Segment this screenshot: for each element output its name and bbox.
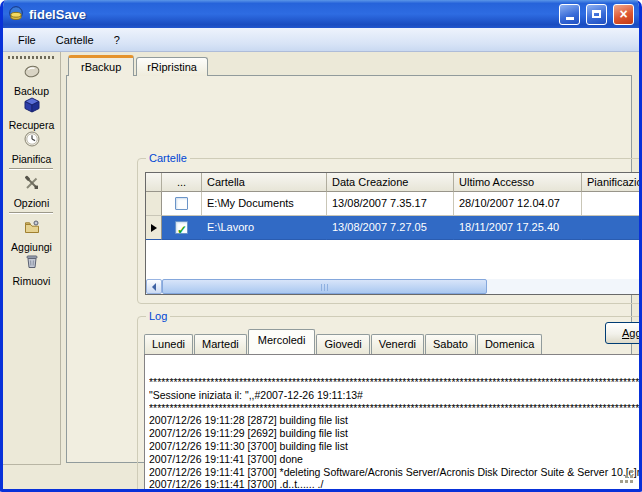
log-line: 2007/12/26 19:11:29 [2692] building file… (149, 427, 642, 440)
app-icon (8, 6, 24, 22)
checkbox-unchecked[interactable] (175, 197, 188, 210)
tab-rripristina[interactable]: rRipristina (136, 57, 208, 76)
sidebar-item-aggiungi[interactable]: Aggiungi (3, 218, 60, 253)
log-line: 2007/12/26 19:11:30 [3700] building file… (149, 440, 642, 453)
window-title: fidelSave (29, 7, 86, 22)
row-selector-cell[interactable] (146, 216, 162, 240)
col-header-selector (146, 173, 162, 192)
aggiorna-button[interactable]: Aggiorna (605, 322, 642, 344)
scroll-left-button[interactable] (146, 279, 162, 294)
col-header-cartella[interactable]: Cartella (202, 173, 327, 192)
sidebar-label-rimuovi: Rimuovi (13, 275, 51, 287)
maximize-button[interactable] (586, 4, 607, 25)
log-line: 2007/12/26 19:11:41 [3700] *deleting Sof… (149, 466, 642, 479)
tab-domenica[interactable]: Domenica (477, 334, 543, 354)
menu-cartelle[interactable]: Cartelle (46, 30, 104, 50)
tab-rbackup[interactable]: rBackup (68, 55, 134, 76)
table-body: E:\My Documents 13/08/2007 7.35.17 28/10… (146, 192, 642, 240)
sidebar-grip-dots (8, 56, 54, 59)
col-header-check[interactable]: ... (162, 173, 202, 192)
cell-data-creazione[interactable]: 13/08/2007 7.27.05 (327, 216, 454, 240)
log-line: ****************************************… (149, 402, 642, 415)
aggiorna-button-accel: A (622, 327, 629, 339)
menu-bar: File Cartelle ? (3, 28, 639, 52)
scrollbar-thumb[interactable] (162, 279, 487, 294)
minimize-button[interactable] (559, 4, 580, 25)
arrow-left-icon (152, 283, 156, 291)
sidebar-item-pianifica[interactable]: Pianifica (3, 130, 60, 165)
backup-icon (23, 62, 41, 84)
log-groupbox: Log Aggiorna Lunedi Martedi Mercoledi Gi… (137, 316, 642, 492)
table-header-row: ... Cartella Data Creazione Ultimo Acces… (146, 173, 642, 192)
title-bar[interactable]: fidelSave × (3, 0, 639, 28)
close-button[interactable]: × (613, 4, 634, 25)
resize-grip[interactable] (630, 480, 633, 483)
cartelle-groupbox-label: Cartelle (146, 152, 190, 164)
cell-ultimo-accesso[interactable]: 28/10/2007 12.04.07 (454, 192, 582, 216)
maximize-icon (592, 10, 601, 18)
tab-venerdi[interactable]: Venerdi (371, 334, 424, 354)
menu-help[interactable]: ? (104, 30, 130, 50)
sidebar-label-opzioni: Opzioni (14, 197, 50, 209)
scrollbar-track[interactable] (162, 279, 642, 294)
log-tab-strip: Lunedi Martedi Mercoledi Giovedi Venerdi… (144, 329, 543, 354)
col-header-ultimo-accesso[interactable]: Ultimo Accesso (454, 173, 582, 192)
row-selector-arrow-icon (151, 224, 157, 232)
cell-pianificazione[interactable] (582, 192, 642, 216)
menu-file[interactable]: File (8, 30, 46, 50)
log-line: "Sessione iniziata il: ",,#2007-12-26 19… (149, 389, 642, 402)
tab-martedi[interactable]: Martedi (194, 334, 247, 354)
log-groupbox-label: Log (146, 310, 170, 322)
schedule-icon (23, 130, 41, 152)
cartelle-groupbox: Cartelle ... Cartella Data Creazione Ult… (137, 158, 642, 304)
table-row[interactable]: E:\My Documents 13/08/2007 7.35.17 28/10… (146, 192, 642, 216)
aggiorna-button-rest: ggiorna (629, 327, 642, 339)
log-line: 2007/12/26 19:11:28 [2872] building file… (149, 414, 642, 427)
table-horizontal-scrollbar[interactable] (146, 279, 642, 294)
tab-mercoledi[interactable]: Mercoledi (248, 329, 316, 354)
backup-tab-panel: Cartelle ... Cartella Data Creazione Ult… (66, 75, 632, 463)
checkbox-checked[interactable] (175, 221, 188, 234)
add-icon (23, 218, 41, 240)
tab-sabato[interactable]: Sabato (425, 334, 476, 354)
sidebar-separator (9, 168, 53, 170)
sidebar-item-opzioni[interactable]: Opzioni (3, 174, 60, 209)
cell-ultimo-accesso[interactable]: 18/11/2007 17.25.40 (454, 216, 582, 240)
minimize-icon (566, 17, 574, 20)
sidebar-item-recupera[interactable]: Recupera (3, 96, 60, 131)
col-header-pianificazione[interactable]: Pianificazione (582, 173, 642, 192)
folders-table: ... Cartella Data Creazione Ultimo Acces… (145, 172, 642, 295)
options-icon (23, 174, 41, 196)
log-line: 2007/12/26 19:11:41 [3700] done (149, 453, 642, 466)
col-header-data-creazione[interactable]: Data Creazione (327, 173, 454, 192)
row-checkbox-cell[interactable] (162, 216, 202, 240)
sidebar-item-backup[interactable]: Backup (3, 62, 60, 97)
cell-cartella[interactable]: E:\Lavoro (202, 216, 327, 240)
table-empty-area (146, 240, 642, 281)
main-tab-strip: rBackup rRipristina (68, 55, 210, 76)
recover-icon (23, 96, 41, 118)
tab-lunedi[interactable]: Lunedi (144, 334, 193, 354)
cell-pianificazione[interactable] (582, 216, 642, 240)
tab-giovedi[interactable]: Giovedi (316, 334, 369, 354)
log-textbox[interactable]: ****************************************… (144, 354, 642, 492)
remove-icon (23, 252, 41, 274)
row-selector-cell[interactable] (146, 192, 162, 216)
sidebar-item-rimuovi[interactable]: Rimuovi (3, 252, 60, 287)
cell-cartella[interactable]: E:\My Documents (202, 192, 327, 216)
log-line: ****************************************… (149, 376, 642, 389)
cell-data-creazione[interactable]: 13/08/2007 7.35.17 (327, 192, 454, 216)
table-row-selected[interactable]: E:\Lavoro 13/08/2007 7.27.05 18/11/2007 … (146, 216, 642, 240)
sidebar-label-pianifica: Pianifica (12, 153, 52, 165)
application-window: fidelSave × File Cartelle ? Backup (0, 0, 642, 492)
row-checkbox-cell[interactable] (162, 192, 202, 216)
sidebar: Backup Recupera Pianifica (3, 52, 61, 465)
sidebar-separator (9, 212, 53, 214)
log-line: 2007/12/26 19:11:41 [3700] .d..t...... .… (149, 478, 642, 491)
close-icon: × (619, 7, 627, 21)
